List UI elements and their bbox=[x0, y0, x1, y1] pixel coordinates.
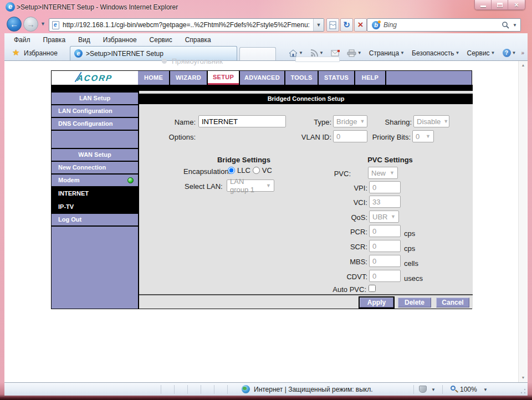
search-icon[interactable] bbox=[502, 21, 509, 29]
favorites-bar: ★ Избранное e >Setup>INTERNET Setup ▼ bbox=[4, 45, 528, 60]
zoom-dropdown-icon[interactable]: ▼ bbox=[483, 387, 488, 392]
encapsulation-label: Encapsulation: bbox=[183, 167, 231, 176]
home-dropdown-icon[interactable]: ▼ bbox=[299, 50, 303, 55]
minimize-icon bbox=[480, 6, 486, 7]
feeds-dropdown-icon[interactable]: ▼ bbox=[319, 50, 324, 55]
read-mail-button[interactable] bbox=[329, 49, 342, 57]
sidebar-item-iptv[interactable]: IP-TV bbox=[52, 201, 138, 213]
tab-setup[interactable]: SETUP bbox=[208, 71, 239, 85]
tab-status[interactable]: STATUS bbox=[319, 71, 354, 85]
vlan-id-input bbox=[333, 130, 367, 142]
pvc-select: New▼ bbox=[368, 167, 398, 179]
tab-wizard[interactable]: WIZARD bbox=[170, 71, 207, 85]
scroll-down-icon[interactable]: ▼ bbox=[519, 373, 528, 382]
sidebar-item-modem[interactable]: Modem bbox=[52, 175, 138, 186]
cancel-button[interactable]: Cancel bbox=[436, 298, 469, 307]
tab-help[interactable]: HELP bbox=[355, 71, 385, 85]
menu-favorites[interactable]: Избранное bbox=[99, 35, 141, 45]
sidebar-item-dns-configuration[interactable]: DNS Configuration bbox=[52, 118, 138, 130]
maximize-button[interactable] bbox=[492, 0, 508, 9]
menu-view[interactable]: Вид bbox=[74, 35, 94, 45]
tab-home[interactable]: HOME bbox=[138, 71, 169, 85]
refresh-button[interactable]: ↻ bbox=[340, 18, 353, 32]
tab-title: >Setup>INTERNET Setup bbox=[86, 50, 163, 58]
security-menu-button[interactable]: Безопасность▼ bbox=[410, 49, 462, 58]
delete-button[interactable]: Delete bbox=[398, 298, 431, 307]
auto-pvc-checkbox[interactable] bbox=[369, 285, 376, 292]
address-bar[interactable]: http://192.168.1.1/cgi-bin/webcm?getpage… bbox=[49, 18, 324, 32]
apply-button[interactable]: Apply bbox=[360, 298, 393, 307]
router-nav-tabs: HOME WIZARD SETUP ADVANCED TOOLS STATUS … bbox=[138, 71, 472, 85]
search-dropdown-icon[interactable]: ▼ bbox=[513, 23, 517, 28]
menu-file[interactable]: Файл bbox=[10, 35, 34, 45]
forward-button[interactable]: → bbox=[23, 17, 38, 32]
sidebar-item-lan-configuration[interactable]: LAN Configuration bbox=[52, 105, 138, 117]
browser-chrome: Файл Правка Вид Избранное Сервис Справка… bbox=[4, 33, 528, 61]
protected-mode-icon[interactable] bbox=[419, 386, 427, 393]
compatibility-view-icon bbox=[329, 21, 336, 29]
print-dropdown-icon[interactable]: ▼ bbox=[357, 50, 362, 55]
new-tab-button[interactable] bbox=[239, 47, 276, 60]
minimize-button[interactable] bbox=[475, 0, 492, 9]
menu-help[interactable]: Справка bbox=[181, 35, 215, 45]
stop-button[interactable]: × bbox=[354, 18, 367, 32]
background-window-bullet bbox=[162, 59, 167, 64]
name-input[interactable] bbox=[198, 115, 286, 127]
address-url[interactable]: http://192.168.1.1/cgi-bin/webcm?getpage… bbox=[63, 21, 313, 29]
type-label: Type: bbox=[304, 118, 331, 126]
close-button[interactable]: × bbox=[508, 0, 525, 9]
search-box[interactable]: b Bing ▼ bbox=[367, 18, 521, 32]
help-dropdown-icon[interactable]: ▼ bbox=[512, 50, 516, 55]
rss-icon bbox=[310, 49, 318, 57]
history-dropdown-icon[interactable]: ▼ bbox=[40, 21, 45, 27]
tools-menu-button[interactable]: Сервис▼ bbox=[465, 49, 498, 58]
sidebar-item-new-connection[interactable]: New Connection bbox=[52, 162, 138, 173]
sidebar-item-log-out[interactable]: Log Out bbox=[52, 214, 138, 225]
internet-zone-icon bbox=[242, 385, 250, 393]
search-input[interactable]: Bing bbox=[383, 21, 502, 29]
back-button[interactable]: ← bbox=[7, 17, 22, 32]
mbs-input bbox=[369, 255, 401, 267]
menu-edit[interactable]: Правка bbox=[39, 35, 70, 45]
ie-window: e >Setup>INTERNET Setup - Windows Intern… bbox=[0, 0, 532, 400]
home-icon bbox=[289, 49, 298, 57]
help-button[interactable]: ? ▼ bbox=[500, 48, 519, 58]
pvc-label: PVC: bbox=[312, 170, 351, 178]
priority-bits-label: Priority Bits: bbox=[364, 133, 411, 141]
tools-dropdown-icon: ▼ bbox=[491, 50, 495, 55]
window-title: >Setup>INTERNET Setup - Windows Internet… bbox=[17, 3, 178, 11]
compatibility-view-button[interactable] bbox=[326, 18, 339, 32]
menu-tools[interactable]: Сервис bbox=[146, 35, 176, 45]
maximize-icon bbox=[497, 3, 503, 7]
router-sidebar: LAN Setup LAN Configuration DNS Configur… bbox=[52, 91, 138, 309]
name-label: Name: bbox=[161, 118, 196, 126]
favorites-button[interactable]: Избранное bbox=[24, 49, 58, 57]
zoom-icon[interactable] bbox=[451, 386, 456, 391]
type-select: Bridge▼ bbox=[333, 115, 367, 127]
vc-radio[interactable] bbox=[253, 167, 260, 174]
mbs-label: MBS: bbox=[329, 258, 367, 266]
modem-status-led bbox=[127, 177, 134, 183]
vci-label: VCI: bbox=[329, 198, 367, 207]
protected-mode-dropdown-icon[interactable]: ▼ bbox=[431, 387, 436, 392]
page-scrollbar[interactable]: ▲ ▼ bbox=[518, 61, 527, 382]
tab-advanced[interactable]: ADVANCED bbox=[240, 71, 284, 85]
router-config-panel: ACORP HOME WIZARD SETUP ADVANCED TOOLS S… bbox=[51, 70, 472, 309]
llc-radio[interactable] bbox=[228, 167, 235, 174]
vpi-label: VPI: bbox=[329, 184, 367, 192]
toolbar-overflow-icon[interactable]: » bbox=[521, 50, 524, 56]
options-label: Options: bbox=[161, 133, 196, 141]
scroll-up-icon[interactable]: ▲ bbox=[519, 61, 528, 70]
favorites-star-icon[interactable]: ★ bbox=[12, 48, 19, 58]
sidebar-item-internet[interactable]: INTERNET bbox=[52, 187, 138, 199]
page-menu-button[interactable]: Страница▼ bbox=[367, 49, 407, 58]
sidebar-header-lan-setup: LAN Setup bbox=[52, 93, 138, 104]
zoom-level[interactable]: 100% bbox=[460, 386, 477, 393]
security-dropdown-icon: ▼ bbox=[456, 50, 460, 55]
menu-bar: Файл Правка Вид Избранное Сервис Справка bbox=[10, 35, 215, 45]
print-button[interactable]: ▼ bbox=[345, 49, 364, 58]
tab-tools[interactable]: TOOLS bbox=[285, 71, 318, 85]
page-icon bbox=[52, 21, 59, 29]
resize-grip[interactable] bbox=[520, 388, 526, 394]
address-dropdown-icon[interactable]: ▼ bbox=[313, 19, 324, 31]
